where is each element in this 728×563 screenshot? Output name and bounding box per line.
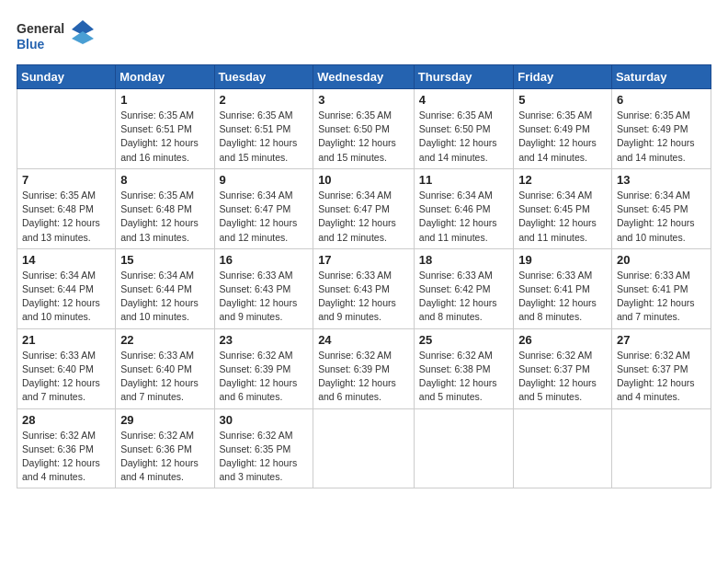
calendar-cell: 29Sunrise: 6:32 AMSunset: 6:36 PMDayligh… <box>116 408 214 488</box>
calendar-cell: 28Sunrise: 6:32 AMSunset: 6:36 PMDayligh… <box>17 408 116 488</box>
day-of-week-header: Thursday <box>414 65 513 89</box>
day-info: Sunrise: 6:33 AMSunset: 6:42 PMDaylight:… <box>419 269 508 325</box>
day-number: 5 <box>518 93 607 107</box>
day-number: 12 <box>518 173 607 187</box>
day-info: Sunrise: 6:34 AMSunset: 6:46 PMDaylight:… <box>419 189 508 245</box>
day-number: 19 <box>518 253 607 267</box>
calendar-cell: 16Sunrise: 6:33 AMSunset: 6:43 PMDayligh… <box>214 248 313 328</box>
day-number: 10 <box>318 173 409 187</box>
week-row: 1Sunrise: 6:35 AMSunset: 6:51 PMDaylight… <box>17 89 711 169</box>
logo: GeneralBlue <box>17 17 99 55</box>
calendar-cell: 19Sunrise: 6:33 AMSunset: 6:41 PMDayligh… <box>514 248 612 328</box>
day-info: Sunrise: 6:35 AMSunset: 6:49 PMDaylight:… <box>518 109 607 165</box>
calendar-cell: 4Sunrise: 6:35 AMSunset: 6:50 PMDaylight… <box>414 89 513 169</box>
calendar-cell: 5Sunrise: 6:35 AMSunset: 6:49 PMDaylight… <box>514 89 612 169</box>
day-number: 25 <box>419 333 508 347</box>
day-number: 1 <box>120 93 209 107</box>
calendar-cell: 7Sunrise: 6:35 AMSunset: 6:48 PMDaylight… <box>17 168 116 248</box>
day-info: Sunrise: 6:32 AMSunset: 6:37 PMDaylight:… <box>518 349 607 405</box>
week-row: 21Sunrise: 6:33 AMSunset: 6:40 PMDayligh… <box>17 328 711 408</box>
svg-text:General: General <box>17 21 64 36</box>
calendar-cell: 14Sunrise: 6:34 AMSunset: 6:44 PMDayligh… <box>17 248 116 328</box>
day-of-week-header: Wednesday <box>313 65 415 89</box>
calendar-cell: 17Sunrise: 6:33 AMSunset: 6:43 PMDayligh… <box>313 248 415 328</box>
day-number: 16 <box>220 253 309 267</box>
day-number: 28 <box>22 413 110 427</box>
day-info: Sunrise: 6:32 AMSunset: 6:39 PMDaylight:… <box>318 349 409 405</box>
svg-marker-3 <box>72 31 94 44</box>
calendar-cell: 18Sunrise: 6:33 AMSunset: 6:42 PMDayligh… <box>414 248 513 328</box>
day-info: Sunrise: 6:35 AMSunset: 6:51 PMDaylight:… <box>120 109 209 165</box>
day-number: 3 <box>318 93 409 107</box>
day-number: 14 <box>22 253 110 267</box>
calendar-cell: 10Sunrise: 6:34 AMSunset: 6:47 PMDayligh… <box>313 168 415 248</box>
generalblue-logo-icon: GeneralBlue <box>17 17 99 55</box>
week-row: 28Sunrise: 6:32 AMSunset: 6:36 PMDayligh… <box>17 408 711 488</box>
day-of-week-header: Saturday <box>611 65 711 89</box>
day-number: 21 <box>22 333 110 347</box>
day-info: Sunrise: 6:32 AMSunset: 6:35 PMDaylight:… <box>220 429 309 485</box>
day-number: 11 <box>419 173 508 187</box>
day-number: 17 <box>318 253 409 267</box>
days-of-week-row: SundayMondayTuesdayWednesdayThursdayFrid… <box>17 65 711 89</box>
calendar-cell <box>514 408 612 488</box>
day-number: 26 <box>518 333 607 347</box>
day-number: 8 <box>120 173 209 187</box>
day-of-week-header: Sunday <box>17 65 116 89</box>
day-number: 30 <box>220 413 309 427</box>
day-number: 20 <box>617 253 706 267</box>
day-info: Sunrise: 6:34 AMSunset: 6:47 PMDaylight:… <box>220 189 309 245</box>
day-number: 27 <box>617 333 706 347</box>
calendar-cell: 21Sunrise: 6:33 AMSunset: 6:40 PMDayligh… <box>17 328 116 408</box>
calendar-cell: 15Sunrise: 6:34 AMSunset: 6:44 PMDayligh… <box>116 248 214 328</box>
day-number: 2 <box>220 93 309 107</box>
day-info: Sunrise: 6:32 AMSunset: 6:36 PMDaylight:… <box>22 429 110 485</box>
svg-text:Blue: Blue <box>17 37 45 52</box>
calendar-table: SundayMondayTuesdayWednesdayThursdayFrid… <box>17 64 711 488</box>
day-info: Sunrise: 6:35 AMSunset: 6:50 PMDaylight:… <box>419 109 508 165</box>
day-number: 13 <box>617 173 706 187</box>
day-info: Sunrise: 6:34 AMSunset: 6:47 PMDaylight:… <box>318 189 409 245</box>
day-number: 29 <box>120 413 209 427</box>
calendar-cell: 30Sunrise: 6:32 AMSunset: 6:35 PMDayligh… <box>214 408 313 488</box>
day-of-week-header: Tuesday <box>214 65 313 89</box>
calendar-cell: 20Sunrise: 6:33 AMSunset: 6:41 PMDayligh… <box>611 248 711 328</box>
calendar-cell <box>17 89 116 169</box>
calendar-cell: 3Sunrise: 6:35 AMSunset: 6:50 PMDaylight… <box>313 89 415 169</box>
day-info: Sunrise: 6:35 AMSunset: 6:49 PMDaylight:… <box>617 109 706 165</box>
calendar-cell: 1Sunrise: 6:35 AMSunset: 6:51 PMDaylight… <box>116 89 214 169</box>
day-number: 15 <box>120 253 209 267</box>
header: GeneralBlue <box>17 17 711 55</box>
calendar-cell: 12Sunrise: 6:34 AMSunset: 6:45 PMDayligh… <box>514 168 612 248</box>
calendar-cell <box>414 408 513 488</box>
day-number: 4 <box>419 93 508 107</box>
calendar-header: SundayMondayTuesdayWednesdayThursdayFrid… <box>17 65 711 89</box>
day-info: Sunrise: 6:35 AMSunset: 6:48 PMDaylight:… <box>120 189 209 245</box>
day-info: Sunrise: 6:32 AMSunset: 6:38 PMDaylight:… <box>419 349 508 405</box>
day-info: Sunrise: 6:34 AMSunset: 6:45 PMDaylight:… <box>617 189 706 245</box>
day-info: Sunrise: 6:32 AMSunset: 6:39 PMDaylight:… <box>220 349 309 405</box>
day-of-week-header: Monday <box>116 65 214 89</box>
day-info: Sunrise: 6:33 AMSunset: 6:43 PMDaylight:… <box>220 269 309 325</box>
day-number: 18 <box>419 253 508 267</box>
day-info: Sunrise: 6:35 AMSunset: 6:50 PMDaylight:… <box>318 109 409 165</box>
day-info: Sunrise: 6:32 AMSunset: 6:36 PMDaylight:… <box>120 429 209 485</box>
day-number: 22 <box>120 333 209 347</box>
calendar-cell: 2Sunrise: 6:35 AMSunset: 6:51 PMDaylight… <box>214 89 313 169</box>
day-info: Sunrise: 6:34 AMSunset: 6:44 PMDaylight:… <box>120 269 209 325</box>
calendar-cell: 9Sunrise: 6:34 AMSunset: 6:47 PMDaylight… <box>214 168 313 248</box>
calendar-cell: 26Sunrise: 6:32 AMSunset: 6:37 PMDayligh… <box>514 328 612 408</box>
calendar-cell: 6Sunrise: 6:35 AMSunset: 6:49 PMDaylight… <box>611 89 711 169</box>
day-number: 7 <box>22 173 110 187</box>
calendar-cell <box>313 408 415 488</box>
week-row: 7Sunrise: 6:35 AMSunset: 6:48 PMDaylight… <box>17 168 711 248</box>
calendar-cell: 11Sunrise: 6:34 AMSunset: 6:46 PMDayligh… <box>414 168 513 248</box>
day-info: Sunrise: 6:33 AMSunset: 6:43 PMDaylight:… <box>318 269 409 325</box>
calendar-cell <box>611 408 711 488</box>
week-row: 14Sunrise: 6:34 AMSunset: 6:44 PMDayligh… <box>17 248 711 328</box>
day-number: 23 <box>220 333 309 347</box>
calendar-cell: 23Sunrise: 6:32 AMSunset: 6:39 PMDayligh… <box>214 328 313 408</box>
day-of-week-header: Friday <box>514 65 612 89</box>
day-info: Sunrise: 6:33 AMSunset: 6:41 PMDaylight:… <box>617 269 706 325</box>
day-number: 9 <box>220 173 309 187</box>
